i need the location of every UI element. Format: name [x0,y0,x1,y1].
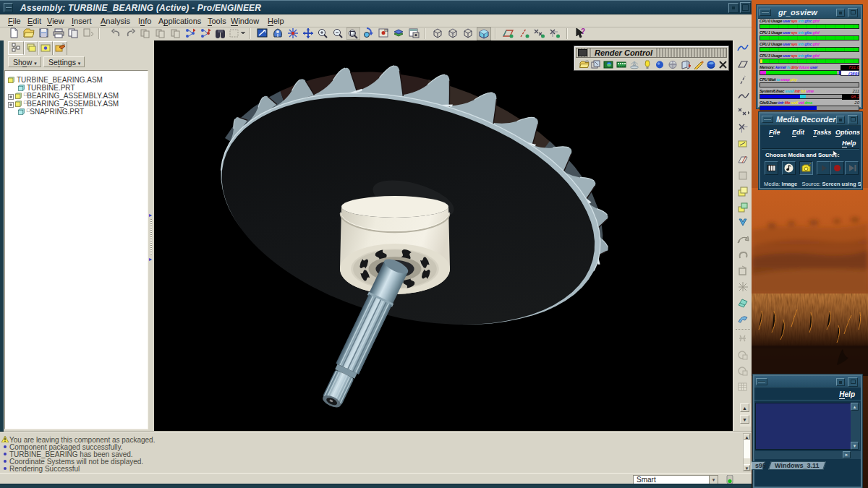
svg-text:69: 69 [384,28,388,33]
svg-text:?: ? [581,27,585,35]
